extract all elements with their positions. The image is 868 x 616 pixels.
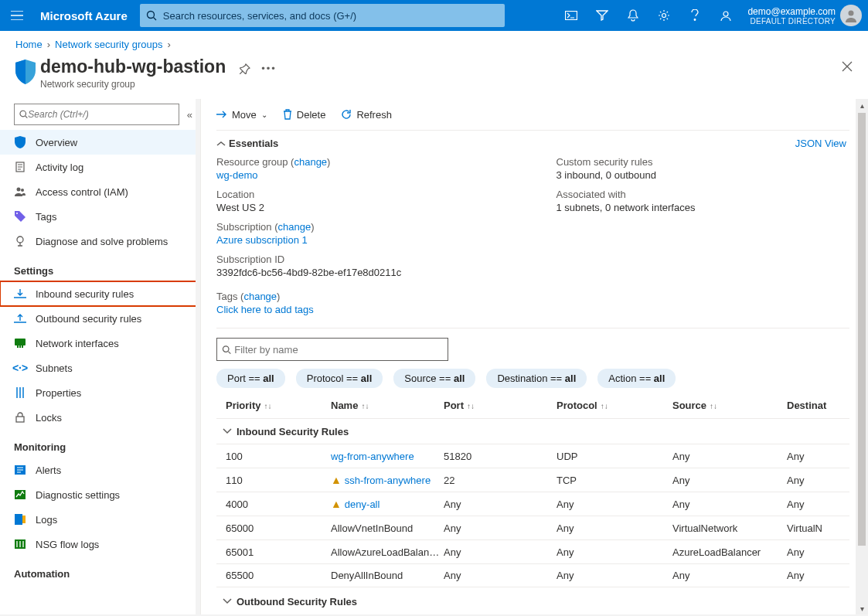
- cloud-shell-button[interactable]: [556, 0, 587, 31]
- pill-source[interactable]: Source == all: [393, 369, 475, 388]
- breadcrumb-home[interactable]: Home: [15, 39, 43, 50]
- col-destination[interactable]: Destinat: [787, 400, 849, 411]
- col-name[interactable]: Name↑↓: [331, 400, 444, 411]
- breadcrumb-parent[interactable]: Network security groups: [55, 39, 162, 50]
- rules-grid-header: Priority↑↓ Name↑↓ Port↑↓ Protocol↑↓ Sour…: [216, 393, 849, 419]
- more-button[interactable]: •••: [261, 63, 277, 74]
- table-row[interactable]: 65000AllowVnetInBoundAnyAnyVirtualNetwor…: [216, 516, 849, 539]
- col-priority[interactable]: Priority↑↓: [216, 400, 331, 411]
- nav-header-automation: Automation: [0, 563, 200, 584]
- menu-search-input[interactable]: [28, 109, 173, 120]
- svg-rect-1: [566, 12, 577, 20]
- pill-destination[interactable]: Destination == all: [486, 369, 587, 388]
- feedback-button[interactable]: [710, 0, 741, 31]
- global-search[interactable]: [140, 4, 505, 27]
- nav-inbound-rules[interactable]: Inbound security rules: [0, 281, 200, 306]
- scroll-up-button[interactable]: ▴: [856, 99, 868, 111]
- close-icon: [842, 61, 853, 72]
- filter-icon: [596, 10, 608, 21]
- table-row[interactable]: 65500DenyAllInBoundAnyAnyAnyAny: [216, 563, 849, 587]
- left-scrollbar[interactable]: [196, 99, 200, 614]
- rg-change-link[interactable]: change: [294, 156, 327, 168]
- rule-name-link[interactable]: ▲ssh-from-anywhere: [331, 474, 437, 486]
- brand-name[interactable]: Microsoft Azure: [34, 9, 140, 22]
- nav-locks[interactable]: Locks: [0, 405, 200, 430]
- nav-toggle-button[interactable]: [0, 0, 34, 31]
- resource-menu: « Overview Activity log Access control (…: [0, 99, 201, 614]
- nav-activity-log[interactable]: Activity log: [0, 155, 200, 179]
- cmd-move[interactable]: Move ⌄: [216, 109, 267, 121]
- col-source[interactable]: Source↑↓: [672, 400, 787, 411]
- divider: [216, 328, 849, 328]
- nav-tags[interactable]: Tags: [0, 204, 200, 229]
- rule-name-link[interactable]: wg-from-anywhere: [331, 451, 437, 462]
- table-row[interactable]: 65001AllowAzureLoadBalan…AnyAnyAzureLoad…: [216, 539, 849, 563]
- search-icon: [140, 10, 163, 21]
- pin-button[interactable]: [240, 63, 250, 74]
- nav-overview[interactable]: Overview: [0, 130, 200, 155]
- col-port[interactable]: Port↑↓: [444, 400, 557, 411]
- nav-alerts[interactable]: Alerts: [0, 458, 200, 482]
- table-row[interactable]: 4000▲deny-allAnyAnyAnyAny: [216, 492, 849, 516]
- section-outbound[interactable]: Outbound Security Rules: [216, 589, 849, 614]
- menu-search[interactable]: [14, 104, 179, 125]
- scroll-thumb[interactable]: [858, 113, 866, 546]
- directory-filter-button[interactable]: [587, 0, 618, 31]
- subscription-change-link[interactable]: change: [278, 221, 311, 233]
- scroll-down-button[interactable]: ▾: [856, 602, 868, 614]
- nav-flow-logs[interactable]: NSG flow logs: [0, 532, 200, 556]
- nav-outbound-rules[interactable]: Outbound security rules: [0, 306, 200, 331]
- collapse-essentials-button[interactable]: [216, 141, 226, 147]
- bell-icon: [628, 9, 638, 22]
- nav-properties[interactable]: Properties: [0, 380, 200, 405]
- nav-access-control[interactable]: Access control (IAM): [0, 179, 200, 204]
- table-row[interactable]: 110▲ssh-from-anywhere22TCPAnyAny: [216, 468, 849, 492]
- flow-icon: [14, 538, 26, 550]
- close-blade-button[interactable]: [842, 61, 853, 72]
- json-view-link[interactable]: JSON View: [795, 138, 846, 149]
- content-scrollbar[interactable]: ▴ ▾: [856, 99, 868, 614]
- svg-rect-12: [15, 339, 26, 345]
- notifications-button[interactable]: [618, 0, 648, 31]
- account-tenant: DEFAULT DIRECTORY: [747, 17, 836, 26]
- nav-logs[interactable]: Logs: [0, 507, 200, 532]
- svg-point-6: [20, 111, 26, 117]
- global-search-input[interactable]: [163, 10, 505, 22]
- cmd-refresh[interactable]: Refresh: [341, 109, 392, 121]
- settings-button[interactable]: [648, 0, 679, 31]
- sort-icon: ↑↓: [361, 402, 369, 410]
- pill-protocol[interactable]: Protocol == all: [296, 369, 383, 388]
- cell-port: 22: [444, 475, 557, 486]
- tags-value[interactable]: Click here to add tags: [216, 304, 510, 315]
- main-area: « Overview Activity log Access control (…: [0, 99, 868, 614]
- nav-label: Diagnose and solve problems: [36, 236, 168, 247]
- cmd-delete[interactable]: Delete: [283, 109, 326, 121]
- subscription-value[interactable]: Azure subscription 1: [216, 234, 510, 246]
- svg-point-22: [223, 345, 229, 352]
- rules-filter[interactable]: [216, 338, 448, 361]
- custom-rules-value: 3 inbound, 0 outbound: [557, 169, 850, 181]
- nav-label: Locks: [36, 412, 62, 424]
- nav-subnets[interactable]: <·> Subnets: [0, 356, 200, 380]
- pill-port[interactable]: Port == all: [216, 369, 285, 388]
- col-protocol[interactable]: Protocol↑↓: [557, 400, 672, 411]
- rg-value[interactable]: wg-demo: [216, 169, 510, 181]
- nav-network-interfaces[interactable]: Network interfaces: [0, 331, 200, 356]
- nav-label: Subnets: [36, 362, 73, 374]
- section-inbound[interactable]: Inbound Security Rules: [216, 419, 849, 444]
- table-row[interactable]: 100wg-from-anywhere51820UDPAnyAny: [216, 444, 849, 468]
- pill-action[interactable]: Action == all: [597, 369, 676, 388]
- nav-diagnostic-settings[interactable]: Diagnostic settings: [0, 482, 200, 507]
- rule-name-link[interactable]: ▲deny-all: [331, 498, 437, 510]
- chevron-right-icon: ›: [47, 39, 50, 50]
- rules-filter-input[interactable]: [234, 344, 443, 356]
- help-button[interactable]: [679, 0, 710, 31]
- command-bar: Move ⌄ Delete Refresh: [216, 99, 849, 130]
- cell-port: Any: [444, 522, 557, 534]
- account-menu[interactable]: demo@example.com DEFAULT DIRECTORY: [747, 5, 862, 26]
- chevron-down-icon: [223, 598, 232, 604]
- nav-label: Alerts: [36, 465, 61, 476]
- tags-change-link[interactable]: change: [243, 291, 277, 302]
- collapse-menu-button[interactable]: «: [187, 109, 192, 121]
- nav-diagnose[interactable]: Diagnose and solve problems: [0, 229, 200, 254]
